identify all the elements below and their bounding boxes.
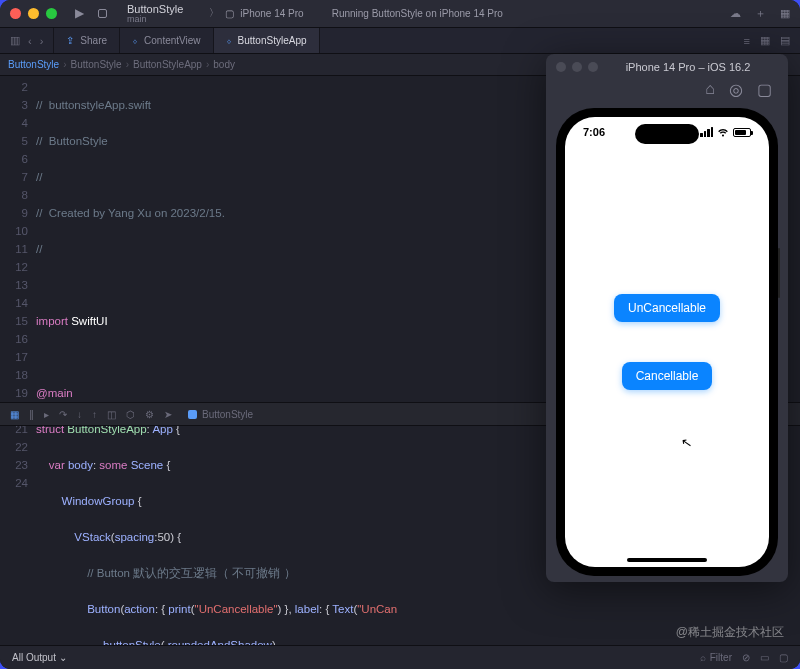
add-icon[interactable]: ＋ xyxy=(755,6,766,21)
sim-screenshot-icon[interactable]: ◎ xyxy=(729,80,743,102)
simulator-window: iPhone 14 Pro – iOS 16.2 ⌂ ◎ ▢ 7:06 UnCa… xyxy=(546,54,788,582)
step-over-button[interactable]: ↷ xyxy=(59,409,67,420)
uncancellable-button[interactable]: UnCancellable xyxy=(614,294,720,322)
run-destination[interactable]: 〉 ▢ iPhone 14 Pro xyxy=(209,6,303,20)
activity-status: Running ButtonStyle on iPhone 14 Pro xyxy=(332,8,503,19)
view-debug-icon[interactable]: ◫ xyxy=(107,409,116,420)
share-icon: ⇪ xyxy=(66,35,74,46)
tab-bar: ▥ ‹ › ⇪ Share ⬨ ContentView ⬨ ButtonStyl… xyxy=(0,28,800,54)
chevron-right-icon: › xyxy=(63,59,66,70)
device-icon: ▢ xyxy=(225,8,234,19)
breadcrumb-folder[interactable]: ButtonStyle xyxy=(71,59,122,70)
sim-close-button[interactable] xyxy=(556,62,566,72)
close-window-button[interactable] xyxy=(10,8,21,19)
simulator-title: iPhone 14 Pro – iOS 16.2 xyxy=(598,61,778,73)
process-name: ButtonStyle xyxy=(202,409,253,420)
minimize-window-button[interactable] xyxy=(28,8,39,19)
step-in-button[interactable]: ↓ xyxy=(77,409,82,420)
sim-minimize-button[interactable] xyxy=(572,62,582,72)
tab-buttonstyleapp[interactable]: ⬨ ButtonStyleApp xyxy=(214,28,320,53)
inspector-toggle-icon[interactable]: ▤ xyxy=(780,34,790,47)
tab-share[interactable]: ⇪ Share xyxy=(54,28,120,53)
console-filter[interactable]: ⌕ Filter xyxy=(700,652,732,663)
app-content: UnCancellable Cancellable xyxy=(565,117,769,567)
continue-button[interactable]: ▸ xyxy=(44,409,49,420)
library-icon[interactable]: ▦ xyxy=(780,7,790,20)
watermark: @稀土掘金技术社区 xyxy=(676,624,784,641)
stop-button[interactable] xyxy=(98,9,107,18)
back-button[interactable]: ‹ xyxy=(28,35,32,47)
chevron-right-icon: 〉 xyxy=(209,6,219,20)
split-console-icon[interactable]: ▭ xyxy=(760,652,769,663)
sim-home-icon[interactable]: ⌂ xyxy=(705,80,715,102)
toggle-console-icon[interactable]: ▢ xyxy=(779,652,788,663)
memory-graph-icon[interactable]: ⬡ xyxy=(126,409,135,420)
scheme-name: ButtonStyle xyxy=(127,3,183,15)
swift-file-icon: ⬨ xyxy=(132,35,138,46)
pause-button[interactable]: ‖ xyxy=(29,409,34,420)
assistant-toggle-icon[interactable]: ≡ xyxy=(744,35,750,47)
output-scope-selector[interactable]: All Output ⌄ xyxy=(12,652,67,663)
toggle-debug-icon[interactable]: ▦ xyxy=(10,409,19,420)
console-footer: All Output ⌄ ⌕ Filter ⊘ ▭ ▢ xyxy=(0,645,800,669)
clear-console-icon[interactable]: ⊘ xyxy=(742,652,750,663)
tab-label: Share xyxy=(80,35,107,46)
navigator-toggle-icon[interactable]: ▥ xyxy=(10,34,20,47)
step-out-button[interactable]: ↑ xyxy=(92,409,97,420)
forward-button[interactable]: › xyxy=(40,35,44,47)
sim-rotate-icon[interactable]: ▢ xyxy=(757,80,772,102)
swift-file-icon: ⬨ xyxy=(226,35,232,46)
breadcrumb-project[interactable]: ButtonStyle xyxy=(8,59,59,70)
environment-icon[interactable]: ⚙ xyxy=(145,409,154,420)
device-name: iPhone 14 Pro xyxy=(240,8,303,19)
tab-label: ContentView xyxy=(144,35,201,46)
app-icon xyxy=(188,410,197,419)
branch-name: main xyxy=(127,15,183,25)
breadcrumb-symbol[interactable]: body xyxy=(213,59,235,70)
cloud-icon[interactable]: ☁ xyxy=(730,7,741,20)
zoom-window-button[interactable] xyxy=(46,8,57,19)
debug-process[interactable]: ButtonStyle xyxy=(188,409,253,420)
mouse-cursor: ↖ xyxy=(680,434,693,451)
home-indicator[interactable] xyxy=(627,558,707,562)
sim-zoom-button[interactable] xyxy=(588,62,598,72)
window-traffic-lights xyxy=(10,8,57,19)
tab-contentview[interactable]: ⬨ ContentView xyxy=(120,28,214,53)
filter-placeholder: Filter xyxy=(710,652,732,663)
scheme-selector[interactable]: ButtonStyle main xyxy=(127,3,183,25)
titlebar: ▶ ButtonStyle main 〉 ▢ iPhone 14 Pro Run… xyxy=(0,0,800,28)
location-icon[interactable]: ➤ xyxy=(164,409,172,420)
canvas-toggle-icon[interactable]: ▦ xyxy=(760,34,770,47)
iphone-screen: 7:06 UnCancellable Cancellable xyxy=(565,117,769,567)
run-button[interactable]: ▶ xyxy=(75,6,84,20)
simulator-titlebar: iPhone 14 Pro – iOS 16.2 xyxy=(546,54,788,80)
side-button[interactable] xyxy=(778,248,780,298)
iphone-frame: 7:06 UnCancellable Cancellable xyxy=(556,108,778,576)
tab-label: ButtonStyleApp xyxy=(238,35,307,46)
filter-icon: ⌕ xyxy=(700,652,706,663)
line-number-gutter: 23456789101112131415161718192021222324 xyxy=(0,76,36,669)
chevron-right-icon: › xyxy=(126,59,129,70)
breadcrumb-file[interactable]: ButtonStyleApp xyxy=(133,59,202,70)
cancellable-button[interactable]: Cancellable xyxy=(622,362,713,390)
chevron-right-icon: › xyxy=(206,59,209,70)
